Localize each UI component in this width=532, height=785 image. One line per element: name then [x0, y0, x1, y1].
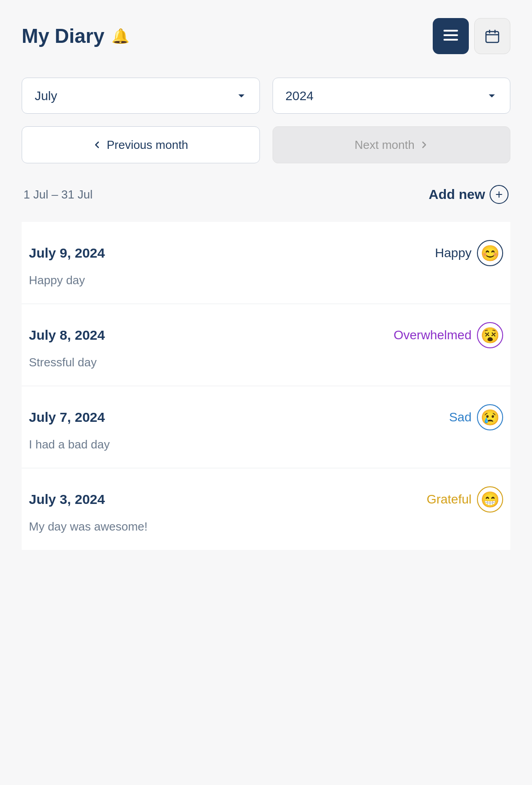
entry-item[interactable]: July 9, 2024 Happy 😊 Happy day [22, 222, 510, 304]
mood-label: Sad [449, 410, 472, 425]
month-select[interactable]: January February March April May June Ju… [22, 78, 260, 114]
entries-list: July 9, 2024 Happy 😊 Happy day July 8, 2… [22, 222, 510, 550]
entry-header: July 3, 2024 Grateful 😁 [29, 486, 503, 513]
entry-header: July 9, 2024 Happy 😊 [29, 240, 503, 266]
app-title: My Diary [22, 25, 104, 47]
nav-row: Previous month Next month [22, 126, 510, 163]
dropdowns-row: January February March April May June Ju… [22, 78, 510, 114]
chevron-left-icon [93, 141, 101, 149]
entry-mood: Overwhelmed 😵 [393, 322, 503, 348]
header-right [433, 18, 510, 54]
date-range: 1 Jul – 31 Jul [23, 188, 93, 202]
app-container: My Diary 🔔 [0, 0, 532, 785]
mood-label: Grateful [426, 492, 472, 507]
year-select[interactable]: 2022 2023 2024 2025 [273, 78, 511, 114]
header-left: My Diary 🔔 [22, 25, 130, 47]
entry-item[interactable]: July 7, 2024 Sad 😢 I had a bad day [22, 386, 510, 468]
entry-header: July 8, 2024 Overwhelmed 😵 [29, 322, 503, 348]
header: My Diary 🔔 [22, 18, 510, 54]
entry-date: July 3, 2024 [29, 492, 105, 507]
add-new-label: Add new [429, 187, 485, 202]
next-month-label: Next month [355, 138, 415, 152]
grateful-mood-icon: 😁 [477, 486, 503, 513]
calendar-view-button[interactable] [474, 18, 510, 54]
prev-month-label: Previous month [106, 138, 188, 152]
svg-rect-4 [444, 34, 447, 36]
entry-item[interactable]: July 8, 2024 Overwhelmed 😵 Stressful day [22, 304, 510, 386]
entry-date: July 9, 2024 [29, 245, 105, 261]
entry-item[interactable]: July 3, 2024 Grateful 😁 My day was aweso… [22, 468, 510, 550]
prev-month-button[interactable]: Previous month [22, 126, 260, 163]
entry-mood: Happy 😊 [435, 240, 503, 266]
entry-date: July 7, 2024 [29, 410, 105, 425]
entry-text: Stressful day [29, 356, 503, 369]
entry-text: I had a bad day [29, 438, 503, 452]
range-row: 1 Jul – 31 Jul Add new + [22, 185, 510, 204]
entry-text: Happy day [29, 273, 503, 287]
entry-mood: Sad 😢 [449, 404, 503, 430]
entry-header: July 7, 2024 Sad 😢 [29, 404, 503, 430]
entry-mood: Grateful 😁 [426, 486, 503, 513]
next-month-button[interactable]: Next month [273, 126, 511, 163]
list-icon [444, 30, 458, 42]
mood-label: Overwhelmed [393, 328, 472, 342]
sad-mood-icon: 😢 [477, 404, 503, 430]
svg-rect-3 [444, 30, 447, 32]
mood-label: Happy [435, 246, 472, 260]
chevron-right-icon [420, 141, 428, 149]
entry-date: July 8, 2024 [29, 328, 105, 343]
entry-text: My day was awesome! [29, 520, 503, 534]
bell-icon: 🔔 [111, 28, 130, 45]
add-new-button[interactable]: Add new + [429, 185, 509, 204]
list-view-button[interactable] [433, 18, 469, 54]
happy-mood-icon: 😊 [477, 240, 503, 266]
svg-rect-6 [486, 32, 499, 42]
plus-circle-icon: + [490, 185, 509, 204]
calendar-icon [485, 29, 500, 43]
svg-rect-5 [444, 39, 447, 41]
overwhelmed-mood-icon: 😵 [477, 322, 503, 348]
